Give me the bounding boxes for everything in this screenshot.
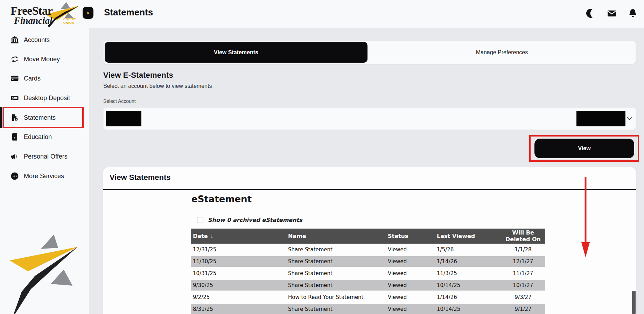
sidebar-item-more-services[interactable]: More Services xyxy=(0,170,89,182)
column-header-last-viewed[interactable]: Last Viewed xyxy=(437,233,501,239)
sidebar-item-label: Accounts xyxy=(24,36,50,44)
cell-deleted-on: 9/1/27 xyxy=(501,306,545,312)
annotation-box-statements-nav xyxy=(3,107,84,128)
sidebar-item-move-money[interactable]: Move Money xyxy=(0,53,89,65)
sidebar-item-label: Cards xyxy=(24,75,41,82)
cell-last-viewed: 10/14/25 xyxy=(437,306,501,312)
table-row[interactable]: 8/31/25 Share Statement Viewed 10/14/25 … xyxy=(191,303,545,314)
select-account-label: Select Account xyxy=(103,98,136,104)
cell-status: Viewed xyxy=(388,306,437,312)
check-deposit-icon: $ xyxy=(10,94,19,102)
table-row[interactable]: 10/31/25 Share Statement Viewed 11/3/25 … xyxy=(191,267,545,279)
cell-status: Viewed xyxy=(388,294,437,300)
cell-last-viewed: 1/14/26 xyxy=(437,258,501,265)
column-header-label: Name xyxy=(288,233,306,239)
table-header-row: Date↓ Name Status Last Viewed Will Be De… xyxy=(191,229,545,244)
credit-card-icon xyxy=(10,74,19,83)
cell-date: 10/31/25 xyxy=(191,270,288,277)
cell-status: Viewed xyxy=(388,270,437,277)
active-nav-indicator xyxy=(0,107,2,128)
column-header-date[interactable]: Date↓ xyxy=(191,233,288,239)
app-window: FreeStar Financial CREDIT UNION « Statem… xyxy=(0,0,644,314)
brand-name-line2: Financial xyxy=(14,15,52,26)
transfer-arrows-icon xyxy=(10,55,19,63)
scrollbar-thumb[interactable] xyxy=(632,291,636,314)
chat-dots-icon xyxy=(10,172,19,180)
sidebar-item-personal-offers[interactable]: Personal Offers xyxy=(0,150,89,163)
table-row[interactable]: 9/30/25 Share Statement Viewed 10/14/25 … xyxy=(191,279,545,291)
mail-icon[interactable] xyxy=(606,8,617,19)
annotation-down-arrow xyxy=(581,176,590,261)
table-row[interactable]: 11/30/25 Share Statement Viewed 1/14/26 … xyxy=(191,256,545,267)
account-select-dropdown[interactable] xyxy=(103,107,636,130)
cell-name: Share Statement xyxy=(288,258,388,265)
cell-last-viewed: 10/14/25 xyxy=(437,282,501,288)
cell-name: Share Statement xyxy=(288,282,388,288)
cell-date: 11/30/25 xyxy=(191,258,288,265)
cell-date: 9/30/25 xyxy=(191,282,288,288)
sidebar-item-education[interactable]: Education xyxy=(0,131,89,143)
brand-tagline-union: UNION xyxy=(63,21,75,25)
cell-name: How to Read Your Statement xyxy=(288,294,388,300)
statements-tab-bar: View Statements Manage Preferences xyxy=(103,41,636,64)
sidebar-collapse-button[interactable]: « xyxy=(83,7,93,19)
cell-status: Viewed xyxy=(388,246,437,253)
annotation-box-view-button xyxy=(529,135,639,162)
cell-date: 8/31/25 xyxy=(191,306,288,312)
view-estatements-subheading: Select an account below to view statemen… xyxy=(103,83,212,89)
cell-last-viewed: 1/14/26 xyxy=(437,294,501,300)
cell-name: Share Statement xyxy=(288,306,388,312)
cell-deleted-on: 12/1/27 xyxy=(501,258,545,265)
column-header-will-be-deleted-on[interactable]: Will Be Deleted On xyxy=(501,230,545,243)
sidebar: Accounts Move Money Cards xyxy=(0,28,89,314)
cell-name: Share Statement xyxy=(288,246,388,253)
tab-label: Manage Preferences xyxy=(476,49,528,56)
column-header-name[interactable]: Name xyxy=(288,233,388,239)
cell-deleted-on: 1/1/28 xyxy=(501,246,545,253)
sidebar-item-label: Move Money xyxy=(24,56,60,63)
tab-label: View Statements xyxy=(214,49,258,56)
sidebar-item-desktop-deposit[interactable]: $ Desktop Deposit xyxy=(0,92,89,104)
estatements-table: Date↓ Name Status Last Viewed Will Be De… xyxy=(191,229,545,314)
sidebar-item-cards[interactable]: Cards xyxy=(0,72,89,85)
sort-desc-icon: ↓ xyxy=(210,233,214,239)
chevron-down-icon xyxy=(626,116,632,122)
cell-last-viewed: 11/3/25 xyxy=(437,270,501,277)
book-icon xyxy=(10,133,19,141)
cell-status: Viewed xyxy=(388,282,437,288)
redacted-account-name xyxy=(106,111,141,126)
table-row[interactable]: 12/31/25 Share Statement Viewed 1/5/26 1… xyxy=(191,244,545,256)
table-row[interactable]: 9/2/25 How to Read Your Statement Viewed… xyxy=(191,291,545,303)
cell-name: Share Statement xyxy=(288,270,388,277)
column-header-label: Status xyxy=(388,233,408,239)
tab-view-statements[interactable]: View Statements xyxy=(105,42,368,63)
section-divider xyxy=(103,189,636,190)
view-estatements-heading: View E-Statements xyxy=(103,71,173,80)
column-header-status[interactable]: Status xyxy=(388,233,437,239)
cell-date: 9/2/25 xyxy=(191,294,288,300)
cell-date: 12/31/25 xyxy=(191,246,288,253)
freestar-logo: FreeStar Financial CREDIT UNION xyxy=(10,1,82,26)
cell-deleted-on: 9/3/27 xyxy=(501,294,545,300)
brand-tagline-credit: CREDIT xyxy=(63,18,76,21)
brand-tagline: CREDIT UNION xyxy=(63,18,76,25)
sidebar-item-label: Personal Offers xyxy=(24,153,68,160)
dark-mode-moon-icon[interactable] xyxy=(585,8,596,19)
sidebar-item-accounts[interactable]: Accounts xyxy=(0,34,89,46)
view-statements-heading: View Statements xyxy=(110,173,170,182)
sidebar-item-label: More Services xyxy=(24,173,64,180)
sidebar-item-label: Desktop Deposit xyxy=(24,95,70,102)
cell-last-viewed: 1/5/26 xyxy=(437,246,501,253)
page-title: Statements xyxy=(104,7,153,18)
svg-text:$: $ xyxy=(12,97,14,100)
freestar-watermark-logo xyxy=(6,229,82,314)
redacted-account-balance xyxy=(576,111,625,126)
bank-icon xyxy=(10,36,19,44)
megaphone-icon xyxy=(10,152,19,161)
tab-manage-preferences[interactable]: Manage Preferences xyxy=(369,41,635,64)
column-header-label: Last Viewed xyxy=(437,233,475,239)
notifications-bell-icon[interactable] xyxy=(627,8,638,19)
archived-estatements-checkbox[interactable] xyxy=(197,217,203,223)
estatement-heading: eStatement xyxy=(191,194,252,204)
cell-deleted-on: 11/1/27 xyxy=(501,270,545,277)
